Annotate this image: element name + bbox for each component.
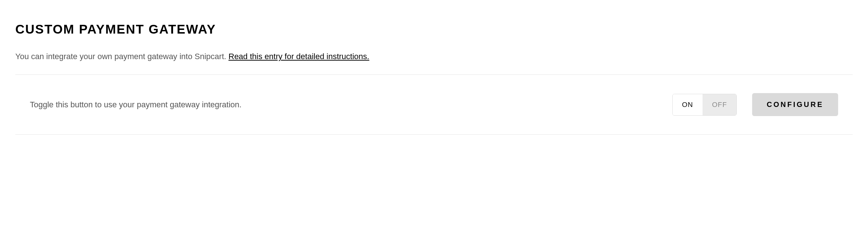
gateway-toggle-row: Toggle this button to use your payment g… bbox=[15, 75, 853, 134]
toggle-group: ON OFF bbox=[672, 94, 737, 116]
instructions-link[interactable]: Read this entry for detailed instruction… bbox=[228, 52, 369, 61]
configure-button[interactable]: CONFIGURE bbox=[752, 93, 838, 116]
section-description: You can integrate your own payment gatew… bbox=[15, 52, 853, 61]
toggle-on-button[interactable]: ON bbox=[673, 94, 703, 115]
toggle-label: Toggle this button to use your payment g… bbox=[30, 100, 242, 110]
toggle-off-button[interactable]: OFF bbox=[703, 94, 736, 115]
row-controls: ON OFF CONFIGURE bbox=[672, 93, 838, 116]
description-text: You can integrate your own payment gatew… bbox=[15, 52, 228, 61]
section-title: CUSTOM PAYMENT GATEWAY bbox=[15, 22, 853, 37]
divider bbox=[15, 134, 853, 135]
